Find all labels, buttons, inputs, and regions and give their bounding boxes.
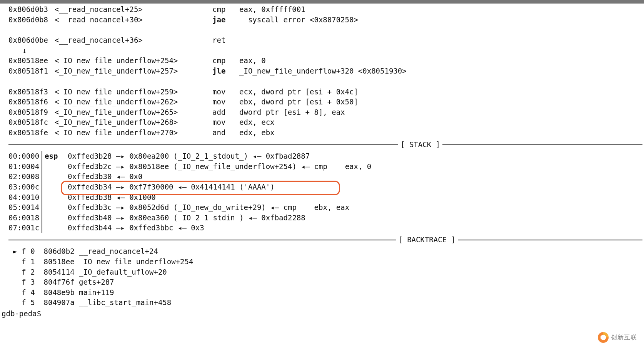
gdb-prompt[interactable]: gdb-peda$ xyxy=(0,309,644,319)
backtrace-panel: ► f 0 806d0b2 __read_nocancel+24 f 1 805… xyxy=(0,245,644,309)
stack-row: 04:00100xffed3b38 ◂— 0x1000 xyxy=(8,192,642,203)
window-titlebar[interactable] xyxy=(0,0,644,3)
stack-row: 02:00080xffed3b30 ◂— 0x0 xyxy=(8,171,642,182)
backtrace-frame: f 3 804f76f gets+287 xyxy=(8,277,642,287)
disasm-line: 0x80518ee <_IO_new_file_underflow+254>cm… xyxy=(8,55,642,66)
stack-row: 06:00180xffed3b40 —▸ 0x80ea360 (_IO_2_1_… xyxy=(8,213,642,223)
backtrace-frame: f 1 80518ee _IO_new_file_underflow+254 xyxy=(8,257,642,267)
watermark-logo-icon xyxy=(598,332,609,343)
stack-row: 05:00140xffed3b3c —▸ 0x8052d6d (_IO_new_… xyxy=(8,202,642,213)
backtrace-frame: f 2 8054114 _IO_default_uflow+20 xyxy=(8,267,642,277)
flow-arrow-icon: ↓ xyxy=(8,45,642,56)
section-label-backtrace: [ BACKTRACE ] xyxy=(396,235,458,245)
disasm-line: 0x80518fe <_IO_new_file_underflow+270>an… xyxy=(8,128,642,138)
disasm-line: 0x80518f1 <_IO_new_file_underflow+257>jl… xyxy=(8,66,642,76)
disasm-line: 0x806d0b3 <__read_nocancel+25>cmpeax, 0x… xyxy=(8,4,642,15)
section-sep-backtrace: [ BACKTRACE ] xyxy=(0,234,644,246)
terminal-screen: 0x806d0b3 <__read_nocancel+25>cmpeax, 0x… xyxy=(0,0,644,349)
stack-row: 07:001c0xffed3b44 —▸ 0xffed3bbc ◂— 0x3 xyxy=(8,223,642,233)
stack-row: 00:0000esp0xffed3b28 —▸ 0x80ea200 (_IO_2… xyxy=(8,151,642,161)
disasm-line: 0x80518f6 <_IO_new_file_underflow+262>mo… xyxy=(8,97,642,107)
disasm-line: 0x806d0b8 <__read_nocancel+30>jae__sysca… xyxy=(8,15,642,25)
stack-row: 01:00040xffed3b2c —▸ 0x80518ee (_IO_new_… xyxy=(8,161,642,172)
watermark: 创新互联 xyxy=(598,332,637,343)
backtrace-frame: ► f 0 806d0b2 __read_nocancel+24 xyxy=(8,246,642,257)
section-label-stack: [ STACK ] xyxy=(398,139,442,150)
disasm-line: 0x80518f3 <_IO_new_file_underflow+259>mo… xyxy=(8,87,642,97)
stack-row: 03:000c0xffed3b34 —▸ 0xf7f30000 ◂— 0x414… xyxy=(8,182,642,192)
disasm-line: 0x80518fc <_IO_new_file_underflow+268>mo… xyxy=(8,117,642,128)
watermark-text: 创新互联 xyxy=(611,333,637,342)
disasm-line: 0x806d0be <__read_nocancel+36>ret xyxy=(8,35,642,45)
backtrace-frame: f 5 804907a __libc_start_main+458 xyxy=(8,297,642,308)
section-sep-stack: [ STACK ] xyxy=(0,139,644,151)
disassembly-panel: 0x806d0b3 <__read_nocancel+25>cmpeax, 0x… xyxy=(0,3,644,139)
stack-panel: 00:0000esp0xffed3b28 —▸ 0x80ea200 (_IO_2… xyxy=(0,150,644,234)
backtrace-frame: f 4 8048e9b main+119 xyxy=(8,287,642,298)
disasm-line: 0x80518f9 <_IO_new_file_underflow+265>ad… xyxy=(8,107,642,117)
